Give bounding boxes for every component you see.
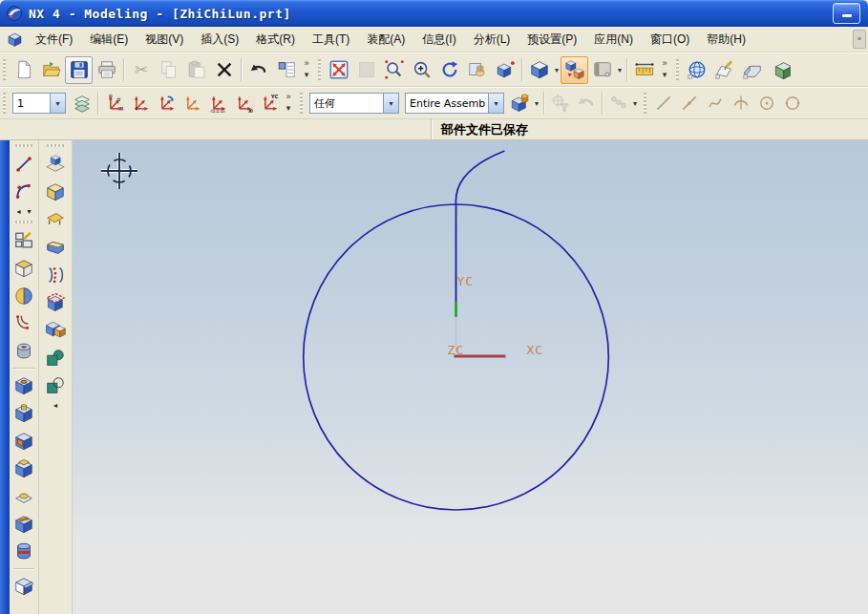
menu-preferences[interactable]: 预设置(P)	[519, 28, 585, 52]
gateway-app-button[interactable]	[683, 56, 710, 84]
bounded-plane-tool-button[interactable]	[42, 205, 70, 233]
toolbar-grip[interactable]	[3, 93, 6, 114]
toolbar-collapse-button[interactable]: ◂▾	[10, 205, 38, 217]
graphics-canvas[interactable]: YC ZC XC	[73, 140, 868, 614]
clip-section-button[interactable]	[588, 56, 616, 84]
toolbar-overflow-button[interactable]: »▾	[658, 53, 671, 86]
wcs-rotate-button[interactable]	[153, 91, 179, 116]
wcs-orient-button[interactable]	[179, 91, 204, 116]
wcs-origin-button[interactable]	[127, 91, 153, 116]
trim-body-tool-button[interactable]	[42, 288, 70, 316]
toolbar-overflow-button[interactable]: »▾	[282, 88, 295, 118]
menu-analysis[interactable]: 分析(L)	[465, 28, 519, 52]
work-layer-combo[interactable]: 1▾	[12, 93, 66, 114]
datum-plane-tool-button[interactable]	[42, 150, 70, 178]
toolbar-overflow-button[interactable]: »▾	[300, 53, 313, 86]
boss-tool-button[interactable]	[11, 399, 38, 427]
minimize-button[interactable]	[833, 3, 860, 24]
snap-quadrant-button[interactable]	[728, 91, 753, 116]
toolbar-collapse-button[interactable]: ◂	[39, 399, 72, 411]
title-bar[interactable]: NX 4 - Modeling - [ZhiChiLun.prt]	[0, 0, 868, 27]
selection-intent-dropdown[interactable]: ▾	[533, 99, 540, 108]
undo-button[interactable]	[244, 56, 272, 84]
toolbar-grip[interactable]	[644, 93, 646, 114]
snap-line-button[interactable]	[650, 91, 676, 116]
chain-curves-dropdown[interactable]: ▾	[631, 99, 639, 108]
slot-tool-button[interactable]	[11, 510, 38, 538]
shaded-display-dropdown[interactable]: ▾	[553, 66, 561, 74]
menubar-overflow-button[interactable]: »	[853, 30, 866, 49]
child-window-icon[interactable]	[7, 32, 23, 48]
extrude-solid-tool-button[interactable]	[42, 178, 70, 205]
menu-insert[interactable]: 插入(S)	[192, 28, 247, 52]
zoom-box-button[interactable]	[352, 56, 380, 84]
revolve-tool-button[interactable]	[11, 282, 38, 309]
copy-button[interactable]	[155, 56, 182, 84]
menu-file[interactable]: 文件(F)	[27, 28, 81, 52]
through-curves-tool-button[interactable]	[42, 261, 70, 288]
type-filter-combo-dropdown[interactable]: ▾	[383, 94, 398, 113]
sweep-tool-button[interactable]	[11, 309, 38, 337]
sheetmetal-app-button[interactable]	[738, 56, 766, 84]
open-button[interactable]	[37, 56, 65, 84]
wcs-yc-button[interactable]: YC	[256, 91, 282, 116]
snap-center-button[interactable]	[753, 91, 779, 116]
fit-button[interactable]	[325, 56, 352, 84]
snap-curve-button[interactable]	[702, 91, 728, 116]
spline-curve[interactable]	[455, 151, 504, 204]
type-filter-combo[interactable]: 任何▾	[309, 93, 399, 114]
toolbar-grip[interactable]	[15, 221, 32, 223]
zoom-button[interactable]	[408, 56, 435, 84]
menu-view[interactable]: 视图(V)	[137, 28, 192, 52]
selection-intent-button[interactable]	[507, 91, 533, 116]
scope-filter-combo-dropdown[interactable]: ▾	[488, 94, 503, 113]
print-button[interactable]	[93, 56, 120, 84]
scope-filter-combo[interactable]: Entire Assemb▾	[405, 93, 504, 114]
delete-button[interactable]	[210, 56, 238, 84]
snap-point-on-line-button[interactable]	[676, 91, 702, 116]
snap-point-filter-button[interactable]	[547, 91, 573, 116]
wcs-dynamics-button[interactable]	[101, 91, 127, 116]
shaded-display-button[interactable]	[525, 56, 553, 84]
rotate-button[interactable]	[435, 56, 463, 84]
sketch-tool-button[interactable]	[11, 226, 38, 254]
toolbar-grip[interactable]	[47, 144, 64, 147]
zoom-region-button[interactable]	[380, 56, 408, 84]
assembly-context-button[interactable]	[561, 56, 588, 84]
menu-window[interactable]: 窗口(O)	[642, 28, 698, 52]
shell-tool-button[interactable]	[11, 572, 38, 600]
extrude-frame-tool-button[interactable]	[11, 254, 38, 282]
snap-circle-button[interactable]	[779, 91, 805, 116]
cut-button[interactable]: ✂	[127, 56, 155, 84]
menu-tools[interactable]: 工具(T)	[304, 28, 358, 52]
deselect-undo-button[interactable]	[573, 91, 599, 116]
layer-settings-button[interactable]	[69, 91, 95, 116]
toolbar-grip[interactable]	[300, 93, 303, 114]
menu-application[interactable]: 应用(N)	[585, 28, 642, 52]
graphics-window[interactable]: YC ZC XC	[73, 140, 868, 614]
save-button[interactable]	[65, 56, 93, 84]
menu-format[interactable]: 格式(R)	[247, 28, 304, 52]
toolbar-grip[interactable]	[318, 59, 321, 80]
work-layer-combo-dropdown[interactable]: ▾	[50, 94, 65, 113]
new-button[interactable]	[10, 56, 37, 84]
pad-tool-button[interactable]	[11, 455, 38, 482]
menu-assemblies[interactable]: 装配(A)	[358, 28, 413, 52]
pocket-tool-button[interactable]	[11, 427, 38, 455]
menu-help[interactable]: 帮助(H)	[698, 28, 754, 52]
toolbar-grip[interactable]	[15, 144, 32, 147]
toolbar-grip[interactable]	[3, 59, 6, 80]
paste-button[interactable]	[182, 56, 210, 84]
line-tool-button[interactable]	[11, 150, 38, 178]
chain-curves-button[interactable]	[605, 91, 631, 116]
perspective-button[interactable]	[491, 56, 519, 84]
unite-tool-button[interactable]	[42, 344, 70, 371]
measure-button[interactable]	[630, 56, 658, 84]
journal-button[interactable]	[272, 56, 300, 84]
subtract-tool-button[interactable]	[42, 371, 70, 399]
clip-section-dropdown[interactable]: ▾	[616, 66, 624, 74]
block-tool-button[interactable]	[42, 233, 70, 261]
split-body-tool-button[interactable]	[42, 316, 70, 344]
arc-tool-button[interactable]	[11, 178, 38, 205]
wcs-xc-button[interactable]: XC	[230, 91, 256, 116]
